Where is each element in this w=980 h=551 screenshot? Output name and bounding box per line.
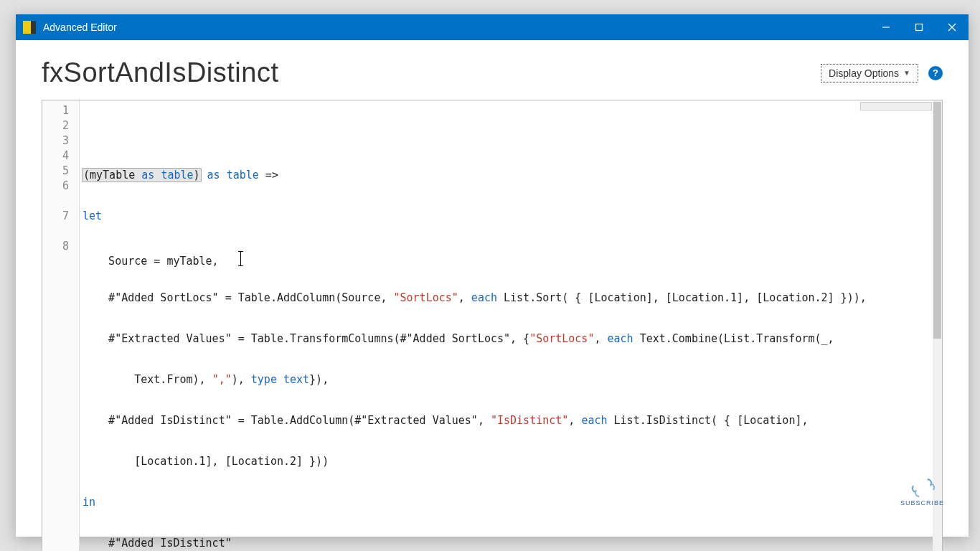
code-line: Source = myTable,: [83, 250, 938, 265]
line-number: 3: [42, 133, 79, 149]
code-line: #"Added IsDistinct" = Table.AddColumn(#"…: [83, 413, 938, 428]
titlebar: Advanced Editor: [16, 14, 969, 40]
help-button[interactable]: ?: [928, 66, 943, 80]
code-line: #"Added IsDistinct": [83, 536, 938, 551]
code-area[interactable]: (myTable as table) as table => let Sourc…: [80, 100, 942, 551]
dialog-content: fxSortAndIsDistinct Display Options ▼ ? …: [16, 40, 969, 551]
line-number: 7: [42, 209, 79, 239]
advanced-editor-dialog: Advanced Editor fxSortAndIsDistinct Disp…: [16, 14, 969, 537]
code-line: (myTable as table) as table =>: [83, 168, 938, 183]
watermark-text: SUBSCRIBE: [900, 499, 944, 507]
code-line: #"Extracted Values" = Table.TransformCol…: [83, 331, 938, 347]
code-line: let: [83, 209, 938, 224]
maximize-button[interactable]: [903, 14, 936, 40]
chevron-down-icon: ▼: [903, 69, 910, 77]
window-title: Advanced Editor: [43, 22, 117, 33]
line-number: 6: [42, 179, 79, 209]
code-line: Text.From), ","), type text}),: [83, 372, 938, 387]
minimize-button[interactable]: [870, 14, 903, 40]
line-number: 8: [42, 239, 79, 254]
code-line: #"Added SortLocs" = Table.AddColumn(Sour…: [83, 291, 938, 306]
swirl-icon: [910, 476, 934, 498]
code-editor[interactable]: 1 2 3 4 5 6 7 8 (myTable as table) as ta…: [42, 100, 943, 551]
svg-rect-1: [916, 24, 923, 31]
code-line: [Location.1], [Location.2] })): [83, 454, 938, 469]
subscribe-watermark: SUBSCRIBE: [900, 476, 944, 507]
code-line: in: [83, 495, 938, 510]
close-button[interactable]: [936, 14, 969, 40]
line-number: 5: [42, 164, 79, 179]
help-icon: ?: [933, 67, 938, 78]
line-number: 1: [42, 103, 79, 118]
display-options-dropdown[interactable]: Display Options ▼: [821, 64, 918, 83]
header-row: fxSortAndIsDistinct Display Options ▼ ?: [42, 57, 943, 88]
minimize-icon: [882, 23, 890, 32]
line-number-gutter: 1 2 3 4 5 6 7 8: [42, 100, 80, 551]
close-icon: [948, 23, 956, 32]
scrollbar-thumb[interactable]: [933, 102, 941, 339]
minimap[interactable]: [860, 102, 932, 110]
maximize-icon: [915, 23, 923, 32]
line-number: 4: [42, 149, 79, 164]
text-cursor-icon: [240, 251, 241, 266]
display-options-label: Display Options: [829, 67, 899, 79]
line-number: 2: [42, 118, 79, 133]
app-icon: [23, 21, 36, 34]
query-name: fxSortAndIsDistinct: [42, 57, 279, 88]
